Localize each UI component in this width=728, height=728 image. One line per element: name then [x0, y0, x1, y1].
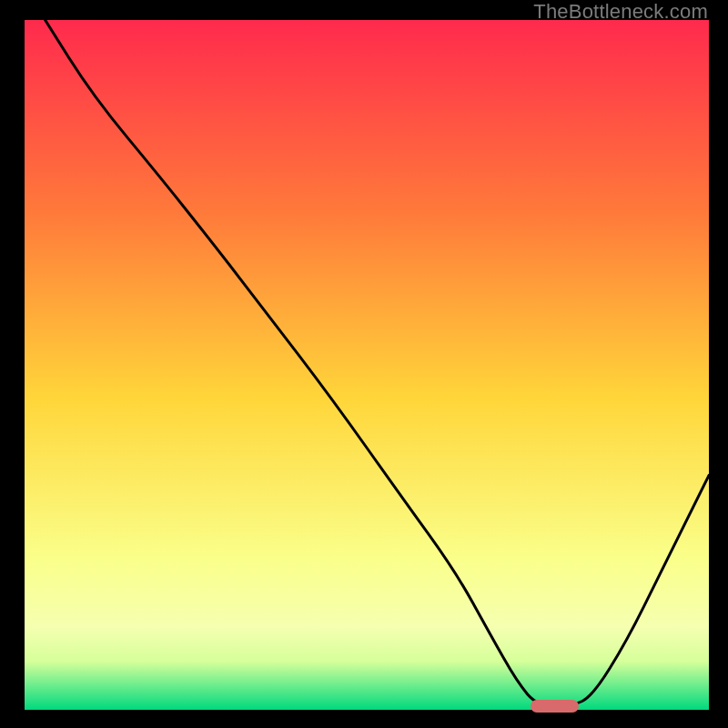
- gradient-background: [25, 20, 709, 710]
- optimal-marker: [531, 700, 579, 713]
- plot-frame: [25, 20, 709, 710]
- watermark-text: TheBottleneck.com: [533, 0, 708, 24]
- bottleneck-chart: [25, 20, 709, 710]
